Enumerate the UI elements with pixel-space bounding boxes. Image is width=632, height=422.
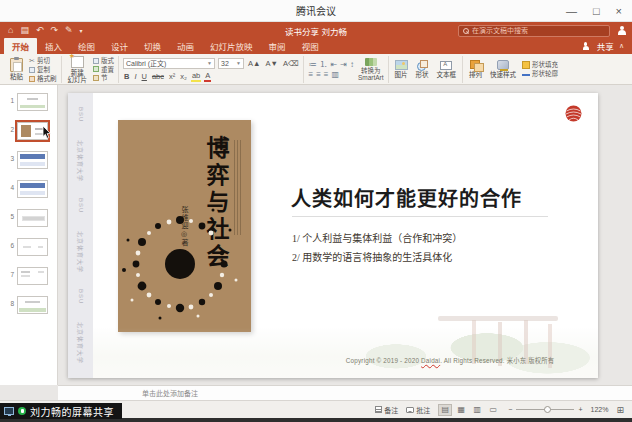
- thumbnail-preview: [18, 94, 47, 110]
- search-input[interactable]: [472, 27, 605, 34]
- tab-draw[interactable]: 绘图: [70, 38, 103, 54]
- start-slideshow-icon[interactable]: ✎: [65, 26, 73, 35]
- font-size-select[interactable]: 32▼: [218, 58, 244, 69]
- align-left-button[interactable]: ≡: [308, 71, 313, 79]
- bullet-2: 2/ 用数学的语言将抽象的生活具体化: [292, 248, 462, 267]
- share-banner-text: 刘力畅的屏幕共享: [30, 404, 114, 419]
- align-center-button[interactable]: ≡: [316, 71, 321, 79]
- slide-title[interactable]: 人类如何才能更好的合作: [291, 183, 522, 212]
- slide-thumbnail-7[interactable]: 7: [7, 267, 57, 285]
- comments-toggle-button[interactable]: 批注: [406, 405, 430, 415]
- quick-access-toolbar: ⌂ ▤ ↶ ↷ ✎ ▾: [8, 26, 83, 35]
- zoom-out-button[interactable]: −: [508, 406, 512, 413]
- slide-editor[interactable]: BSU 北京体育大学 BSU 北京体育大学 BSU 北京体育大学 博弈与社会 张…: [68, 93, 598, 378]
- layout-button[interactable]: 版式: [93, 57, 114, 65]
- shapes-button[interactable]: 形状: [414, 60, 431, 78]
- indent-decrease-button[interactable]: ⇤: [330, 61, 337, 69]
- indent-increase-button[interactable]: ⇥: [340, 61, 347, 69]
- slideshow-view-button[interactable]: ▭: [486, 404, 500, 416]
- section-button[interactable]: 节: [93, 74, 114, 82]
- columns-button[interactable]: ▥: [332, 71, 340, 79]
- book-cover-image[interactable]: 博弈与社会 张维迎◎著: [118, 120, 251, 332]
- reset-button[interactable]: 重置: [93, 66, 114, 74]
- picture-button[interactable]: 图片: [393, 60, 410, 78]
- home-icon[interactable]: ⌂: [8, 26, 13, 35]
- align-right-button[interactable]: ≡: [324, 71, 329, 79]
- slide-thumbnail-1[interactable]: 1: [7, 93, 57, 111]
- tab-design[interactable]: 设计: [103, 38, 136, 54]
- fit-to-window-button[interactable]: ⊞: [616, 405, 624, 415]
- copy-icon: [29, 67, 35, 73]
- italic-button[interactable]: I: [133, 72, 137, 81]
- screen-share-banner[interactable]: 刘力畅的屏幕共享: [0, 403, 122, 419]
- qat-customize-icon[interactable]: ▾: [80, 28, 83, 34]
- minimize-button[interactable]: —: [566, 6, 577, 17]
- font-name-select[interactable]: Calibri (正文)▼: [123, 58, 215, 69]
- arrange-button[interactable]: 排列: [467, 60, 484, 78]
- grow-font-button[interactable]: A▲: [247, 59, 261, 68]
- zoom-slider-knob[interactable]: [544, 406, 551, 413]
- tab-slideshow[interactable]: 幻灯片放映: [202, 38, 261, 54]
- undo-icon[interactable]: ↶: [36, 26, 44, 35]
- workspace: 1 2 3 4 5: [0, 85, 632, 385]
- tab-review[interactable]: 审阅: [261, 38, 294, 54]
- ppt-appbar: ⌂ ▤ ↶ ↷ ✎ ▾ 读书分享 刘力畅: [0, 22, 632, 39]
- notes-toggle-button[interactable]: 备注: [375, 405, 398, 415]
- slide-sorter-view-button[interactable]: ▦: [454, 404, 468, 416]
- tab-insert[interactable]: 插入: [37, 38, 70, 54]
- account-icon[interactable]: [617, 26, 626, 36]
- maximize-button[interactable]: □: [593, 6, 600, 17]
- normal-view-button[interactable]: ▤: [438, 404, 452, 416]
- share-button[interactable]: 共享: [597, 40, 614, 52]
- collapse-ribbon-icon[interactable]: ∧: [619, 42, 624, 50]
- slide-thumbnail-2-selected[interactable]: 2: [7, 122, 57, 140]
- quick-styles-button[interactable]: 快速样式: [488, 60, 518, 78]
- slide-thumbnail-6[interactable]: 6: [7, 238, 57, 256]
- tab-animations[interactable]: 动画: [169, 38, 202, 54]
- textbox-button[interactable]: 文本框: [435, 61, 459, 78]
- slide-thumbnail-5[interactable]: 5: [7, 209, 57, 227]
- numbering-button[interactable]: ⒈: [319, 61, 327, 69]
- slide-thumbnail-8[interactable]: 8: [7, 296, 57, 314]
- zoom-percentage[interactable]: 122%: [591, 406, 609, 413]
- line-spacing-button[interactable]: ↕: [350, 61, 354, 69]
- clear-format-button[interactable]: A⌫: [282, 59, 300, 68]
- save-icon[interactable]: ▤: [20, 26, 29, 35]
- tab-view[interactable]: 视图: [294, 38, 327, 54]
- copy-button[interactable]: 复制: [29, 66, 57, 74]
- font-color-button[interactable]: A: [204, 71, 211, 82]
- slide-thumbnail-4[interactable]: 4: [7, 180, 57, 198]
- slide-thumbnail-3[interactable]: 3: [7, 151, 57, 169]
- zoom-slider[interactable]: [516, 409, 574, 410]
- shape-fill-icon: [522, 61, 530, 69]
- strikethrough-button[interactable]: abc: [151, 72, 165, 81]
- close-button[interactable]: ×: [616, 6, 622, 17]
- search-box[interactable]: [458, 25, 610, 37]
- subscript-button[interactable]: x₂: [179, 72, 188, 81]
- shrink-font-button[interactable]: A▼: [264, 59, 278, 68]
- font-group: Calibri (正文)▼ 32▼ A▲ A▼ A⌫ B I U abc x² …: [119, 56, 304, 83]
- convert-smartart-button[interactable]: 转换为 SmartArt: [358, 58, 384, 82]
- slide-bullets[interactable]: 1/ 个人利益与集体利益（合作和冲突） 2/ 用数学的语言将抽象的生活具体化: [292, 229, 462, 267]
- tab-home[interactable]: 开始: [4, 38, 37, 54]
- tab-transitions[interactable]: 切换: [136, 38, 169, 54]
- redo-icon[interactable]: ↷: [51, 26, 59, 35]
- shape-fill-button[interactable]: 形状填充: [522, 61, 558, 69]
- reset-icon: [93, 66, 99, 72]
- format-painter-button[interactable]: 格式刷: [29, 75, 57, 83]
- mouse-cursor-icon: [42, 126, 51, 139]
- paste-button[interactable]: 粘贴: [8, 58, 25, 80]
- bold-button[interactable]: B: [123, 72, 130, 81]
- superscript-button[interactable]: x²: [168, 72, 176, 81]
- underline-button[interactable]: U: [141, 72, 148, 81]
- slide-thumbnail-panel: 1 2 3 4 5: [0, 85, 58, 385]
- new-slide-button[interactable]: 新建 幻灯片: [66, 56, 90, 84]
- thumbnail-preview: [18, 268, 47, 284]
- cut-button[interactable]: ✂剪切: [29, 57, 57, 65]
- bullets-button[interactable]: ≔: [308, 61, 316, 69]
- notes-pane[interactable]: 单击此处添加备注: [58, 385, 632, 400]
- shape-outline-button[interactable]: 形状轮廓: [522, 70, 558, 78]
- reading-view-button[interactable]: ▥: [470, 404, 484, 416]
- zoom-in-button[interactable]: +: [578, 406, 582, 413]
- highlight-color-button[interactable]: ab: [191, 71, 201, 82]
